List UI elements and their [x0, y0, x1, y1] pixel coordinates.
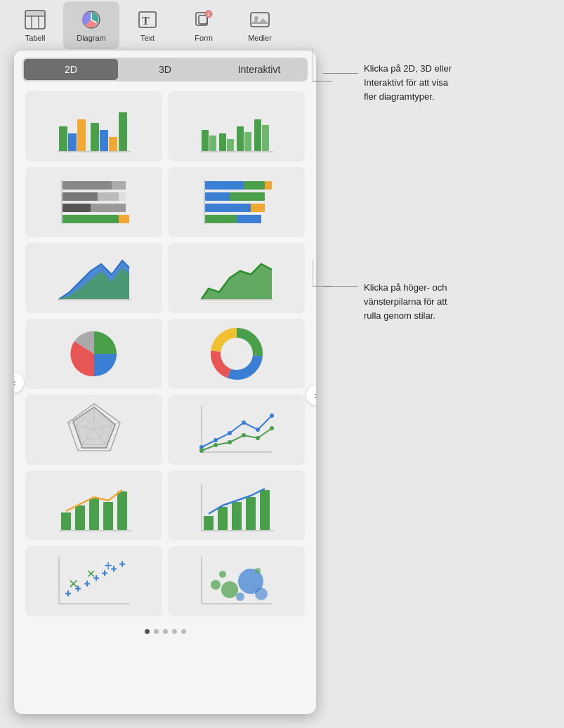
svg-text:T: T [142, 15, 150, 27]
dot-2[interactable] [154, 629, 159, 634]
chart-hbar-stacked[interactable] [25, 167, 162, 237]
chart-pie[interactable] [25, 319, 162, 389]
chart-donut[interactable] [168, 319, 305, 389]
seg-3d[interactable]: 3D [118, 59, 212, 80]
svg-rect-96 [232, 502, 242, 530]
chart-panel: 2D 3D Interaktivt ‹ › [14, 51, 316, 714]
svg-rect-91 [103, 502, 113, 530]
svg-rect-25 [209, 135, 216, 151]
svg-rect-40 [63, 215, 119, 223]
chart-bubble[interactable] [168, 546, 305, 616]
svg-rect-98 [260, 490, 270, 530]
toolbar-diagram[interactable]: Diagram [63, 1, 119, 49]
chart-grouped-bar-2[interactable] [168, 91, 305, 161]
svg-point-64 [224, 341, 249, 366]
svg-rect-17 [68, 133, 77, 151]
toolbar-form-label: Form [195, 34, 213, 42]
annotation-top-text: Klicka på 2D, 3D ellerInteraktivt för at… [364, 62, 452, 104]
svg-rect-21 [109, 137, 117, 151]
svg-rect-29 [244, 132, 251, 151]
svg-point-78 [228, 431, 232, 435]
toolbar-medier[interactable]: Medier [232, 1, 288, 49]
seg-2d[interactable]: 2D [24, 59, 118, 80]
dot-1[interactable] [145, 629, 150, 634]
svg-rect-90 [89, 498, 99, 530]
svg-point-82 [199, 449, 204, 453]
svg-point-81 [270, 413, 274, 418]
svg-rect-89 [75, 505, 85, 530]
svg-rect-28 [237, 126, 244, 151]
form-icon: + [192, 8, 215, 31]
svg-text:+: + [104, 558, 112, 574]
svg-rect-41 [119, 215, 129, 223]
toolbar-form[interactable]: + Form [176, 1, 232, 49]
svg-rect-92 [117, 491, 127, 530]
toolbar-text-label: Text [140, 34, 155, 42]
svg-point-79 [242, 421, 246, 425]
media-icon [249, 8, 271, 31]
annotation-middle: Klicka på höger- ochvänsterpilarna för a… [323, 281, 447, 323]
svg-point-15 [254, 16, 258, 20]
svg-rect-95 [218, 507, 228, 530]
svg-rect-26 [219, 133, 226, 151]
svg-rect-38 [63, 204, 91, 212]
svg-rect-35 [63, 192, 98, 201]
svg-point-80 [256, 428, 260, 432]
chart-bar-line-2[interactable] [168, 470, 305, 541]
svg-rect-30 [254, 119, 261, 151]
svg-rect-33 [63, 181, 112, 190]
toolbar-text[interactable]: T Text [119, 1, 176, 49]
chart-area-2[interactable] [168, 243, 305, 313]
svg-text:✕: ✕ [86, 568, 95, 580]
text-icon: T [136, 8, 159, 31]
svg-rect-4 [26, 11, 44, 15]
chart-grid: + + + + + + + ✕ ✕ + [14, 88, 316, 622]
chart-bar-line[interactable] [25, 470, 162, 541]
svg-point-119 [236, 593, 244, 601]
svg-rect-16 [59, 126, 67, 151]
toolbar-medier-label: Medier [248, 34, 272, 42]
chart-radar[interactable] [25, 395, 162, 465]
svg-rect-47 [230, 192, 265, 201]
svg-rect-45 [265, 181, 272, 190]
dot-5[interactable] [181, 629, 186, 634]
toolbar-diagram-label: Diagram [77, 34, 106, 42]
toolbar-tabell-label: Tabell [25, 34, 46, 42]
svg-marker-56 [202, 264, 272, 299]
svg-rect-14 [251, 13, 269, 27]
svg-rect-94 [204, 516, 214, 530]
toolbar: Tabell Diagram T Text [0, 0, 316, 51]
svg-rect-44 [244, 181, 265, 190]
svg-rect-97 [246, 497, 256, 530]
seg-interactive[interactable]: Interaktivt [212, 59, 306, 80]
svg-rect-50 [205, 215, 237, 223]
chart-grouped-bar[interactable] [25, 91, 162, 161]
segmented-control: 2D 3D Interaktivt [22, 58, 308, 81]
annotation-top: Klicka på 2D, 3D ellerInteraktivt för at… [323, 62, 452, 104]
svg-point-86 [256, 436, 260, 440]
svg-rect-37 [119, 192, 126, 201]
chart-scatter-cross[interactable]: + + + + + + + ✕ ✕ + [25, 546, 162, 616]
svg-rect-19 [91, 123, 99, 151]
chart-hbar-stacked-2[interactable] [168, 167, 305, 237]
annotation-middle-text: Klicka på höger- ochvänsterpilarna för a… [364, 281, 447, 323]
chart-area[interactable] [25, 243, 162, 313]
svg-text:✕: ✕ [67, 577, 78, 591]
svg-point-116 [221, 581, 238, 598]
svg-point-87 [270, 426, 274, 430]
svg-rect-27 [227, 139, 234, 151]
svg-point-120 [219, 571, 226, 578]
svg-rect-34 [112, 181, 126, 190]
svg-point-85 [242, 433, 246, 437]
dot-3[interactable] [163, 629, 168, 634]
dot-4[interactable] [172, 629, 177, 634]
svg-point-117 [255, 588, 268, 600]
page-dots [14, 622, 316, 640]
toolbar-tabell[interactable]: Tabell [7, 1, 63, 49]
chart-line[interactable] [168, 395, 305, 465]
svg-rect-39 [91, 204, 126, 212]
table-icon [24, 8, 46, 31]
svg-rect-36 [98, 192, 119, 201]
svg-point-83 [214, 443, 218, 447]
svg-rect-18 [77, 119, 86, 151]
